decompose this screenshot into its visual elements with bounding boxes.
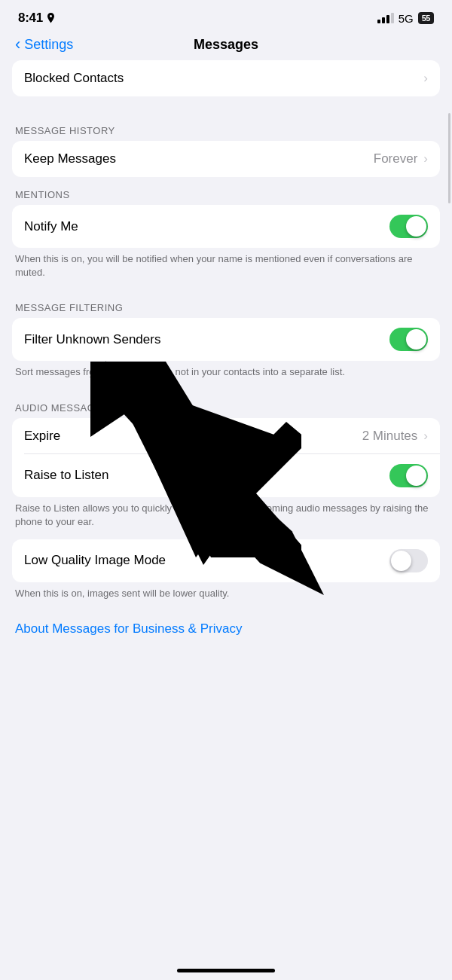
keep-messages-row[interactable]: Keep Messages Forever › — [12, 141, 440, 177]
keep-messages-label: Keep Messages — [24, 151, 116, 166]
filter-unknown-label: Filter Unknown Senders — [24, 332, 160, 347]
blocked-contacts-right: › — [422, 71, 428, 86]
time-display: 8:41 — [18, 11, 43, 26]
message-history-card: Keep Messages Forever › — [12, 141, 440, 177]
low-quality-label: Low Quality Image Mode — [24, 553, 166, 568]
signal-bar-4 — [391, 13, 394, 23]
mentions-section-label: MENTIONS — [0, 177, 452, 205]
message-history-section: MESSAGE HISTORY Keep Messages Forever › — [0, 113, 452, 177]
audio-messages-label: AUDIO MESSAGES — [0, 390, 452, 418]
content: Blocked Contacts › MESSAGE HISTORY Keep … — [0, 60, 452, 670]
signal-bar-2 — [382, 17, 385, 23]
audio-messages-section: AUDIO MESSAGES Expire 2 Minutes › Raise … — [0, 390, 452, 539]
page-title: Messages — [15, 37, 437, 53]
expire-label: Expire — [24, 429, 60, 444]
blocked-contacts-chevron: › — [423, 71, 428, 86]
expire-right: 2 Minutes › — [362, 429, 428, 444]
expire-value: 2 Minutes — [362, 429, 418, 444]
blocked-contacts-row[interactable]: Blocked Contacts › — [12, 60, 440, 96]
blocked-contacts-label: Blocked Contacts — [24, 71, 124, 86]
notify-me-toggle[interactable] — [389, 215, 428, 238]
blocked-contacts-card: Blocked Contacts › — [12, 60, 440, 96]
signal-bar-1 — [377, 20, 380, 23]
raise-to-listen-knob — [406, 466, 426, 486]
low-quality-card: Low Quality Image Mode — [12, 539, 440, 582]
low-quality-row[interactable]: Low Quality Image Mode — [12, 539, 440, 582]
filter-unknown-toggle[interactable] — [389, 328, 428, 351]
nav-bar: ‹ Settings Messages — [0, 30, 452, 60]
mentions-footer: When this is on, you will be notified wh… — [0, 248, 452, 290]
home-indicator — [177, 969, 275, 972]
expire-row[interactable]: Expire 2 Minutes › — [12, 418, 440, 454]
signal-bars — [377, 13, 394, 23]
status-right: 5G 55 — [377, 12, 434, 25]
message-history-label: MESSAGE HISTORY — [0, 113, 452, 141]
raise-to-listen-label: Raise to Listen — [24, 468, 108, 483]
filter-unknown-knob — [406, 329, 426, 350]
message-filtering-card: Filter Unknown Senders — [12, 318, 440, 361]
keep-messages-value: Forever — [374, 151, 418, 166]
location-icon — [47, 13, 55, 23]
message-filtering-section: MESSAGE FILTERING Filter Unknown Senders… — [0, 290, 452, 389]
battery-container: 55 — [418, 12, 434, 24]
low-quality-toggle[interactable] — [389, 549, 428, 572]
notify-me-toggle-knob — [406, 216, 426, 237]
low-quality-section: Low Quality Image Mode When this is on, … — [0, 539, 452, 611]
notify-me-row[interactable]: Notify Me — [12, 205, 440, 248]
raise-to-listen-toggle[interactable] — [389, 464, 428, 487]
mentions-section: MENTIONS Notify Me When this is on, you … — [0, 177, 452, 290]
network-label: 5G — [399, 12, 414, 25]
audio-messages-card: Expire 2 Minutes › Raise to Listen — [12, 418, 440, 497]
about-link[interactable]: About Messages for Business & Privacy — [0, 611, 452, 647]
status-time: 8:41 — [18, 11, 55, 26]
battery-level: 55 — [418, 12, 434, 24]
filter-footer: Sort messages from people who are not in… — [0, 361, 452, 389]
message-filtering-label: MESSAGE FILTERING — [0, 290, 452, 318]
filter-unknown-row[interactable]: Filter Unknown Senders — [12, 318, 440, 361]
keep-messages-right: Forever › — [374, 151, 428, 166]
audio-messages-footer: Raise to Listen allows you to quickly li… — [0, 497, 452, 539]
low-quality-knob — [391, 551, 411, 571]
mentions-card: Notify Me — [12, 205, 440, 248]
keep-messages-chevron: › — [423, 151, 428, 166]
expire-chevron: › — [423, 429, 428, 444]
notify-me-label: Notify Me — [24, 219, 78, 234]
scrollbar[interactable] — [448, 113, 450, 203]
raise-to-listen-row[interactable]: Raise to Listen — [12, 454, 440, 497]
low-quality-footer: When this is on, images sent will be low… — [0, 582, 452, 611]
status-bar: 8:41 5G 55 — [0, 0, 452, 30]
signal-bar-3 — [386, 15, 389, 23]
